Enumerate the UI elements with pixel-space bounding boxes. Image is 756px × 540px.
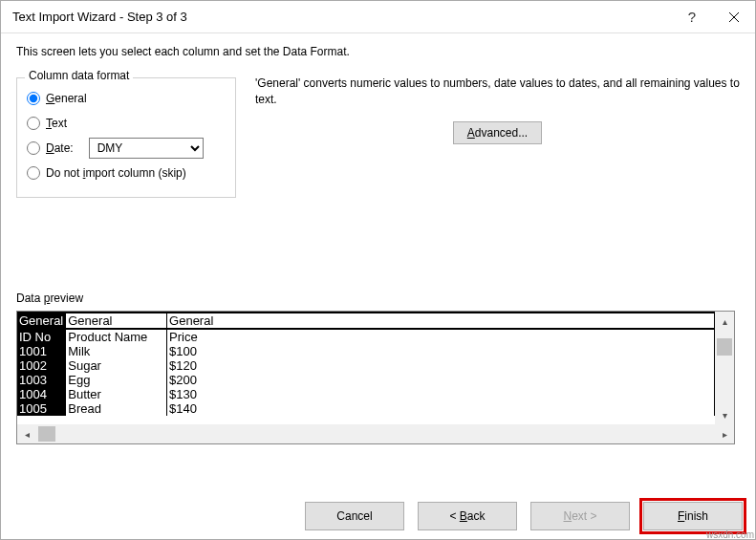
dialog-footer: Cancel < Back Next > Finish xyxy=(0,492,756,540)
scroll-right-icon[interactable]: ▸ xyxy=(715,424,734,443)
fieldset-legend: Column data format xyxy=(25,69,133,82)
table-row: 1005Bread$140 xyxy=(17,401,715,416)
vertical-scrollbar[interactable]: ▴ ▾ xyxy=(715,312,734,424)
col-header[interactable]: General xyxy=(17,313,66,329)
next-button: Next > xyxy=(530,502,630,530)
intro-text: This screen lets you select each column … xyxy=(16,45,740,58)
data-preview-label: Data preview xyxy=(16,292,740,305)
radio-general[interactable]: General xyxy=(27,86,226,111)
finish-button[interactable]: Finish xyxy=(643,502,743,530)
col-header[interactable]: General xyxy=(167,313,715,329)
table-row: ID NoProduct NamePrice xyxy=(17,329,715,344)
radio-text-label: Text xyxy=(46,117,67,130)
window-title: Text Import Wizard - Step 3 of 3 xyxy=(12,10,671,24)
radio-general-input[interactable] xyxy=(27,92,40,105)
date-format-select[interactable]: DMY xyxy=(89,138,204,159)
vertical-scroll-thumb[interactable] xyxy=(717,338,732,356)
preview-table[interactable]: General General General ID NoProduct Nam… xyxy=(17,312,715,416)
column-data-format-group: Column data format General Text Date: DM… xyxy=(16,77,236,198)
advanced-button[interactable]: Advanced... xyxy=(453,121,542,144)
radio-date[interactable]: Date: DMY xyxy=(27,136,226,161)
horizontal-scrollbar[interactable]: ◂ ▸ xyxy=(17,424,734,443)
watermark: wsxdn.com xyxy=(706,529,754,540)
table-row: 1001Milk$100 xyxy=(17,344,715,358)
table-row: 1002Sugar$120 xyxy=(17,358,715,373)
radio-text-input[interactable] xyxy=(27,117,40,130)
preview-header-row[interactable]: General General General xyxy=(17,313,715,329)
scroll-up-icon[interactable]: ▴ xyxy=(715,312,734,331)
cancel-button[interactable]: Cancel xyxy=(305,502,404,530)
data-preview: General General General ID NoProduct Nam… xyxy=(16,311,735,444)
radio-date-label: Date: xyxy=(46,141,74,155)
table-row: 1003Egg$200 xyxy=(17,373,715,387)
back-button[interactable]: < Back xyxy=(418,502,517,530)
format-hint: 'General' converts numeric values to num… xyxy=(255,76,740,108)
horizontal-scroll-thumb[interactable] xyxy=(38,426,55,442)
radio-text[interactable]: Text xyxy=(27,111,226,136)
help-button[interactable]: ? xyxy=(671,1,713,33)
radio-skip[interactable]: Do not import column (skip) xyxy=(27,161,226,185)
radio-general-label: General xyxy=(46,92,87,105)
radio-skip-input[interactable] xyxy=(27,166,40,180)
close-button[interactable] xyxy=(713,1,755,33)
scroll-left-icon[interactable]: ◂ xyxy=(17,424,36,443)
table-row: 1004Butter$130 xyxy=(17,387,715,401)
radio-skip-label: Do not import column (skip) xyxy=(46,166,186,180)
col-header[interactable]: General xyxy=(66,313,167,329)
scroll-down-icon[interactable]: ▾ xyxy=(715,405,734,424)
close-icon xyxy=(728,11,740,23)
radio-date-input[interactable] xyxy=(27,141,40,155)
